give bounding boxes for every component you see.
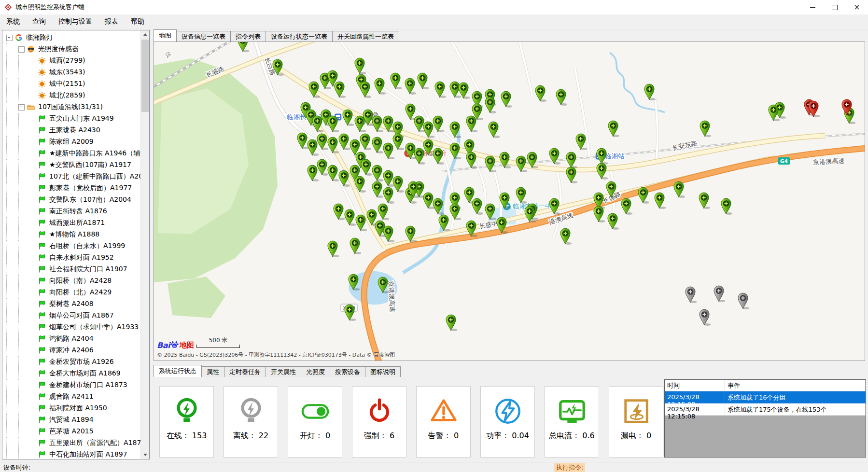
event-log-row[interactable]: 2025/3/28 12:15:08系统加载了16个分组 (665, 391, 866, 403)
tree-item[interactable]: 南正街转盘 A1876 (2, 206, 141, 217)
menu-item[interactable]: 报表 (98, 15, 125, 28)
tree-item-label: 城中(2151) (49, 80, 85, 88)
tree-item[interactable]: 107国道沿线(31/31) (2, 101, 141, 113)
flag-icon (38, 439, 46, 447)
tree-item[interactable]: 鸿鹤路 A2404 (2, 333, 141, 345)
tree-item-label: 社会福利院大门口 A1907 (49, 265, 127, 274)
tree-item[interactable]: 光照度传感器 (2, 43, 141, 55)
tree-item[interactable]: 五里派出所（富源汽配）A1874 (2, 437, 141, 449)
tree-guide-line (18, 206, 30, 217)
tree-item-label: 中石化加油站对面 A1897 (49, 450, 127, 459)
tree-item[interactable]: 金桥农贸市场 A1926 (2, 356, 141, 368)
tree-item[interactable]: 烟草公司对面 A1867 (2, 310, 141, 321)
tree-item[interactable]: 自来水斜对面 A1952 (2, 252, 141, 264)
minimize-button[interactable] (801, 0, 824, 14)
tree-item[interactable]: 五尖山大门东 A1949 (2, 113, 141, 125)
flag-icon (38, 428, 46, 436)
tree-item[interactable]: 金桥建材市场门口 A1873 (2, 379, 141, 391)
tree-guide-line (6, 368, 18, 379)
tree-item[interactable]: 谭家冲 A2406 (2, 345, 141, 356)
bottom-tab-6[interactable]: 图标说明 (365, 366, 401, 377)
tree-item[interactable]: 中石化加油站对面 A1897 (2, 449, 141, 459)
tree-item[interactable]: 汽贸城 A1894 (2, 414, 141, 426)
tree-item[interactable]: 金桥大市场对面 A1869 (2, 368, 141, 379)
tree-item[interactable]: 城北(2859) (2, 90, 141, 101)
tree-guide-line (18, 182, 30, 194)
tree-item[interactable]: 芭茅塘 A2015 (2, 426, 141, 437)
tree-guide-line (18, 148, 30, 159)
collapse-icon[interactable] (18, 46, 25, 53)
event-text: 系统加载了175个设备，在线153个 (725, 403, 866, 416)
map-tab-4[interactable]: 开关回路属性一览表 (332, 31, 399, 42)
bottom-tab-1[interactable]: 属性 (201, 366, 224, 377)
tree-scrollbar[interactable] (140, 30, 149, 459)
menu-item[interactable]: 帮助 (125, 15, 151, 28)
map-tab-2[interactable]: 指令列表 (230, 31, 266, 42)
menu-item[interactable]: 系统 (0, 15, 26, 28)
tree-item[interactable]: 向阳桥（北）A2429 (2, 287, 141, 298)
tree-item[interactable]: 临湘路灯 (2, 32, 141, 43)
maximize-button[interactable] (824, 0, 846, 14)
tree-item[interactable]: 王家珑巷 A2430 (2, 125, 141, 136)
bottom-tab-4[interactable]: 光照度 (301, 366, 330, 377)
tree-guide-line (18, 90, 30, 101)
menu-item[interactable]: 查询 (26, 15, 52, 28)
tree-item[interactable]: 梨树巷 A2408 (2, 298, 141, 310)
tree-item[interactable]: 向阳桥（南）A2428 (2, 275, 141, 287)
baidu-logo[interactable]: Bai du 地图 (157, 340, 194, 350)
tree-item[interactable]: 107北（建新中路路口西）A2014 (2, 171, 141, 182)
tree-guide-line (18, 240, 30, 252)
tree-item[interactable]: 石咀桥（自来水）A1999 (2, 240, 141, 252)
tree-guide-line (6, 182, 18, 194)
tree-guide-line (6, 136, 18, 148)
tree-item[interactable]: 交警队东（107南）A2004 (2, 194, 141, 206)
tree-item-label: 彭家巷（党校后面）A1977 (49, 184, 132, 193)
tree-item-label: 城西派出所A1871 (49, 219, 105, 227)
tree-item[interactable]: 城中(2151) (2, 78, 141, 90)
tree-item-label: 陈家组 A2009 (49, 138, 94, 146)
map-canvas[interactable]: 线长盛路长白路临湘长安汽车站长安西路★临湘市政府临湘站长安东路文临湘市第一中学长… (154, 42, 865, 361)
tree-item[interactable]: 城西(2799) (2, 55, 141, 67)
scroll-down-icon[interactable] (141, 451, 149, 459)
tree-item[interactable]: 观音路 A2411 (2, 391, 141, 403)
tree-guide-line (6, 194, 18, 206)
tree-item[interactable]: 彭家巷（党校后面）A1977 (2, 182, 141, 194)
status-card: 漏电： 0 (609, 386, 663, 458)
map-tab-1[interactable]: 设备信息一览表 (176, 31, 231, 42)
status-card-value: 漏电： 0 (621, 431, 651, 441)
status-card-value: 强制： 6 (364, 431, 394, 441)
bottom-tab-0[interactable]: 系统运行状态 (154, 365, 202, 377)
event-log-row[interactable]: 2025/3/28 12:15:08系统加载了175个设备，在线153个 (665, 403, 866, 416)
tree-item[interactable]: 烟草公司（求知中学）A1933 (2, 321, 141, 333)
svg-text:临湘站: 临湘站 (605, 152, 625, 160)
tree-guide-line (6, 217, 18, 229)
tree-guide-line (6, 148, 18, 159)
bottom-tab-3[interactable]: 开关属性 (266, 366, 301, 377)
tree-item[interactable]: ★博物馆 A1888 (2, 229, 141, 240)
bottom-tab-5[interactable]: 搜索设备 (330, 366, 365, 377)
tree-guide-line (6, 159, 18, 171)
flag-icon (38, 381, 46, 389)
tree-item[interactable]: ★建新中路路口东 A1946（辅道灯） (2, 148, 141, 159)
tree-item[interactable]: 城西派出所A1871 (2, 217, 141, 229)
close-button[interactable]: × (846, 0, 868, 14)
bottom-tab-2[interactable]: 定时器任务 (224, 366, 266, 377)
map-tab-0[interactable]: 地图 (154, 29, 177, 42)
tree-item[interactable]: 陈家组 A2009 (2, 136, 141, 148)
tree-guide-line (18, 345, 30, 356)
flag-icon (38, 312, 46, 320)
flag-icon (38, 126, 46, 135)
tree-item-label: 王家珑巷 A2430 (49, 126, 100, 135)
flag-icon (38, 254, 46, 262)
scroll-up-icon[interactable] (141, 30, 149, 39)
menu-item[interactable]: 控制与设置 (52, 15, 98, 28)
tree-item[interactable]: 福利院对面 A1950 (2, 403, 141, 414)
tree-item[interactable]: ★交警队西(107南) A1917 (2, 159, 141, 171)
collapse-icon[interactable] (6, 35, 13, 41)
tree-item[interactable]: 城东(3543) (2, 67, 141, 78)
tree-guide-line (6, 275, 18, 287)
scrollbar-thumb[interactable] (141, 40, 149, 112)
map-tab-3[interactable]: 设备运行状态一览表 (266, 31, 333, 42)
tree-item[interactable]: 社会福利院大门口 A1907 (2, 264, 141, 275)
collapse-icon[interactable] (18, 104, 25, 111)
